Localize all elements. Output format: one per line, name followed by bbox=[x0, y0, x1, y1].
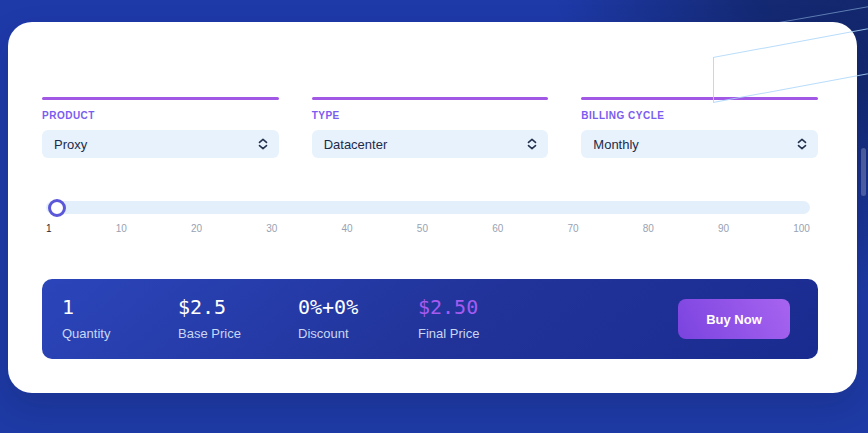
tick-label: 1 bbox=[46, 223, 52, 234]
tick-label: 10 bbox=[116, 223, 127, 234]
quantity-label: Quantity bbox=[62, 326, 178, 341]
slider-handle[interactable] bbox=[48, 199, 66, 217]
tick-label: 50 bbox=[417, 223, 428, 234]
scrollbar-thumb[interactable] bbox=[861, 148, 866, 196]
summary-discount: 0%+0% Discount bbox=[298, 297, 418, 341]
slider-tick-labels: 1 10 20 30 40 50 60 70 80 90 100 bbox=[46, 223, 810, 234]
product-options-row: PRODUCT Proxy TYPE Datacenter bbox=[42, 97, 818, 158]
billing-cycle-select-value: Monthly bbox=[593, 137, 639, 152]
accent-line bbox=[312, 97, 549, 100]
type-label: TYPE bbox=[312, 110, 549, 121]
tick-label: 100 bbox=[793, 223, 810, 234]
summary-quantity: 1 Quantity bbox=[62, 297, 178, 341]
tick-label: 90 bbox=[718, 223, 729, 234]
tick-label: 20 bbox=[191, 223, 202, 234]
chevron-updown-icon bbox=[257, 137, 269, 151]
type-select[interactable]: Datacenter bbox=[312, 130, 549, 158]
accent-line bbox=[581, 97, 818, 100]
product-select[interactable]: Proxy bbox=[42, 130, 279, 158]
field-type: TYPE Datacenter bbox=[312, 97, 549, 158]
chevron-updown-icon bbox=[526, 137, 538, 151]
billing-cycle-select[interactable]: Monthly bbox=[581, 130, 818, 158]
tick-label: 60 bbox=[492, 223, 503, 234]
pricing-calculator-card: PRODUCT Proxy TYPE Datacenter bbox=[8, 22, 857, 393]
quantity-slider: 1 10 20 30 40 50 60 70 80 90 100 bbox=[46, 201, 810, 234]
tick-label: 30 bbox=[266, 223, 277, 234]
chevron-updown-icon bbox=[796, 137, 808, 151]
summary-base-price: $2.5 Base Price bbox=[178, 297, 298, 341]
product-select-value: Proxy bbox=[54, 137, 87, 152]
accent-line bbox=[42, 97, 279, 100]
field-billing-cycle: BILLING CYCLE Monthly bbox=[581, 97, 818, 158]
base-price-label: Base Price bbox=[178, 326, 298, 341]
discount-label: Discount bbox=[298, 326, 418, 341]
summary-final-price: $2.50 Final Price bbox=[418, 297, 479, 341]
buy-now-button[interactable]: Buy Now bbox=[678, 299, 790, 339]
tick-label: 80 bbox=[643, 223, 654, 234]
slider-track[interactable] bbox=[46, 201, 810, 214]
quantity-value: 1 bbox=[62, 297, 178, 317]
tick-label: 40 bbox=[342, 223, 353, 234]
product-label: PRODUCT bbox=[42, 110, 279, 121]
final-price-value: $2.50 bbox=[418, 297, 479, 317]
tick-label: 70 bbox=[567, 223, 578, 234]
base-price-value: $2.5 bbox=[178, 297, 298, 317]
final-price-label: Final Price bbox=[418, 326, 479, 341]
billing-cycle-label: BILLING CYCLE bbox=[581, 110, 818, 121]
type-select-value: Datacenter bbox=[324, 137, 388, 152]
discount-value: 0%+0% bbox=[298, 297, 418, 317]
price-summary-bar: 1 Quantity $2.5 Base Price 0%+0% Discoun… bbox=[42, 279, 818, 359]
field-product: PRODUCT Proxy bbox=[42, 97, 279, 158]
